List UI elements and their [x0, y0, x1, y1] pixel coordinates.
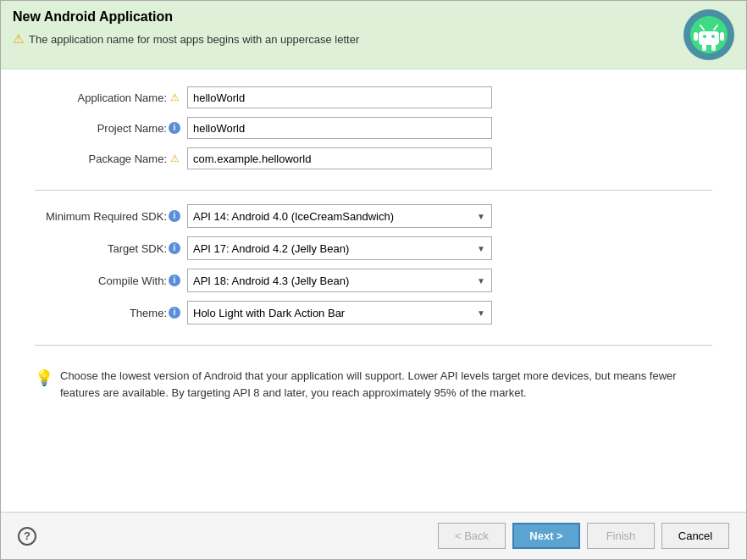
theme-label: Theme: i [35, 307, 187, 319]
theme-row: Theme: i Holo Light with Dark Action Bar… [35, 301, 712, 324]
help-button[interactable]: ? [18, 527, 36, 546]
hint-section: 💡 Choose the lowest version of Android t… [35, 359, 712, 409]
theme-info-icon[interactable]: i [169, 307, 180, 319]
warning-icon: ⚠ [13, 31, 24, 47]
footer-buttons: < Back Next > Finish Cancel [438, 523, 729, 549]
warning-text: The application name for most apps begin… [29, 33, 359, 46]
application-name-row: Application Name: ⚠ [35, 86, 712, 108]
target-sdk-row: Target SDK: i API 14: Android 4.0 (IceCr… [35, 236, 712, 260]
theme-select-wrapper: Holo Light with Dark Action Bar Holo Lig… [187, 301, 492, 324]
project-name-row: Project Name: i [35, 117, 712, 139]
footer-left: ? [18, 527, 36, 546]
app-name-warn-icon: ⚠ [169, 91, 180, 103]
package-name-input[interactable] [187, 147, 492, 169]
next-button[interactable]: Next > [512, 523, 580, 549]
svg-point-3 [711, 35, 715, 38]
dialog-title: New Android Application [13, 9, 683, 25]
project-name-input[interactable] [187, 117, 492, 139]
project-name-label: Project Name: i [35, 122, 187, 135]
package-name-label: Package Name: ⚠ [35, 152, 187, 165]
back-button[interactable]: < Back [438, 523, 506, 549]
min-sdk-select-wrapper: API 14: Android 4.0 (IceCreamSandwich) A… [187, 204, 492, 228]
svg-rect-6 [694, 32, 698, 41]
target-sdk-select-wrapper: API 14: Android 4.0 (IceCreamSandwich) A… [187, 236, 492, 260]
min-sdk-info-icon[interactable]: i [169, 210, 180, 222]
package-name-row: Package Name: ⚠ [35, 147, 712, 169]
compile-with-row: Compile With: i API 14: Android 4.0 (Ice… [35, 269, 712, 292]
hint-text: Choose the lowest version of Android tha… [60, 368, 712, 401]
header-left: New Android Application ⚠ The applicatio… [13, 9, 683, 47]
application-name-input[interactable] [187, 86, 492, 108]
compile-with-select-wrapper: API 14: Android 4.0 (IceCreamSandwich) A… [187, 269, 492, 292]
header-warning: ⚠ The application name for most apps beg… [13, 31, 683, 47]
svg-rect-8 [702, 44, 706, 51]
theme-select[interactable]: Holo Light with Dark Action Bar Holo Lig… [187, 301, 492, 324]
target-sdk-info-icon[interactable]: i [169, 242, 180, 254]
cancel-button[interactable]: Cancel [661, 523, 729, 549]
target-sdk-select[interactable]: API 14: Android 4.0 (IceCreamSandwich) A… [187, 236, 492, 260]
android-icon [689, 14, 729, 55]
svg-point-2 [703, 35, 706, 38]
package-name-warn-icon: ⚠ [169, 152, 180, 164]
form-separator [35, 190, 712, 191]
svg-rect-9 [711, 44, 716, 51]
android-logo [683, 9, 734, 60]
svg-rect-1 [699, 31, 719, 45]
hint-icon: 💡 [35, 369, 53, 387]
target-sdk-label: Target SDK: i [35, 242, 187, 255]
min-sdk-row: Minimum Required SDK: i API 14: Android … [35, 204, 712, 228]
hint-separator [35, 345, 712, 346]
compile-with-select[interactable]: API 14: Android 4.0 (IceCreamSandwich) A… [187, 269, 492, 292]
min-sdk-select[interactable]: API 14: Android 4.0 (IceCreamSandwich) A… [187, 204, 492, 228]
dialog: New Android Application ⚠ The applicatio… [0, 0, 747, 560]
min-sdk-label: Minimum Required SDK: i [35, 210, 187, 223]
dialog-header: New Android Application ⚠ The applicatio… [1, 1, 746, 69]
dialog-content: Application Name: ⚠ Project Name: i Pack… [1, 69, 746, 512]
svg-rect-7 [720, 32, 724, 41]
dialog-footer: ? < Back Next > Finish Cancel [1, 512, 746, 559]
compile-with-label: Compile With: i [35, 274, 187, 287]
compile-with-info-icon[interactable]: i [169, 274, 180, 286]
finish-button[interactable]: Finish [587, 523, 655, 549]
application-name-label: Application Name: ⚠ [35, 91, 187, 104]
project-name-info-icon[interactable]: i [169, 122, 180, 134]
form-section-names: Application Name: ⚠ Project Name: i Pack… [35, 86, 712, 169]
form-section-sdk: Minimum Required SDK: i API 14: Android … [35, 204, 712, 324]
